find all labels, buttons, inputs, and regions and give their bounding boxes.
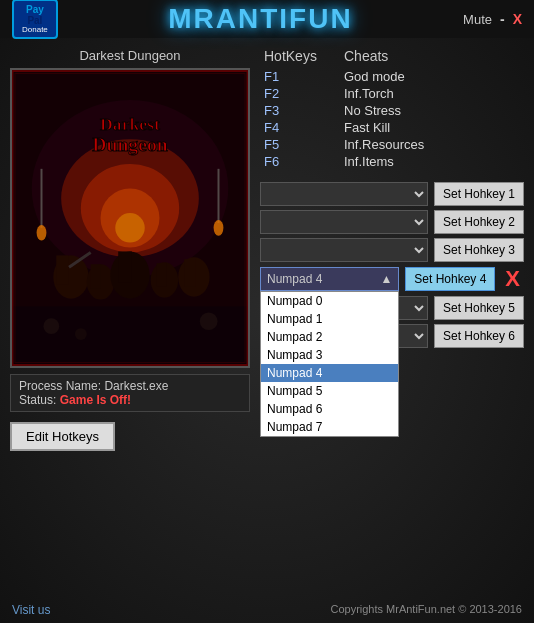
hotkey-row: F6Inf.Items: [260, 153, 524, 170]
process-info: Process Name: Darkest.exe Status: Game I…: [10, 374, 250, 412]
footer: Visit us Copyrights MrAntiFun.net © 2013…: [0, 603, 534, 617]
dropdown-selected-value: Numpad 4: [267, 272, 322, 286]
svg-rect-27: [12, 307, 248, 366]
mute-button[interactable]: Mute: [463, 12, 492, 27]
hotkey-setters: Set Hohkey 1 Set Hohkey 2 Set Hohkey 3 N…: [260, 182, 524, 348]
hotkey-row: F5Inf.Resources: [260, 136, 524, 153]
dropdown-list-4: Numpad 0 Numpad 1 Numpad 2 Numpad 3 Nump…: [260, 291, 399, 437]
hotkey-key: F5: [264, 137, 324, 152]
set-hotkey-button-2[interactable]: Set Hohkey 2: [434, 210, 524, 234]
dropdown-item-numpad6[interactable]: Numpad 6: [261, 400, 398, 418]
set-hotkey-button-5[interactable]: Set Hohkey 5: [434, 296, 524, 320]
dropdown-item-numpad1[interactable]: Numpad 1: [261, 310, 398, 328]
hotkey-cheat: Fast Kill: [344, 120, 390, 135]
hotkey-cheat: Inf.Items: [344, 154, 394, 169]
copyright-text: Copyrights MrAntiFun.net © 2013-2016: [330, 603, 522, 617]
hotkey-cheat: Inf.Torch: [344, 86, 394, 101]
window-controls: Mute - X: [463, 11, 522, 27]
hotkeys-table: HotKeys Cheats F1God modeF2Inf.TorchF3No…: [260, 48, 524, 170]
top-bar: Pay Pal Donate MRANTIFUN Mute - X: [0, 0, 534, 38]
dropdown-item-numpad0[interactable]: Numpad 0: [261, 292, 398, 310]
hotkeys-header: HotKeys Cheats: [260, 48, 524, 64]
game-image: Darkest Dungeon: [10, 68, 250, 368]
left-panel: Darkest Dungeon Darkest Dungeon: [10, 48, 250, 451]
hotkey-row: F4Fast Kill: [260, 119, 524, 136]
hotkey-dropdown-1[interactable]: [260, 182, 428, 206]
status-label: Status:: [19, 393, 56, 407]
process-label: Process Name:: [19, 379, 101, 393]
hotkey-dropdown-2[interactable]: [260, 210, 428, 234]
dropdown-container-4: Numpad 4 ▲ Numpad 0 Numpad 1 Numpad 2 Nu…: [260, 267, 399, 291]
close-button[interactable]: X: [513, 11, 522, 27]
hotkey-setter-row-2: Set Hohkey 2: [260, 210, 524, 234]
set-hotkey-button-1[interactable]: Set Hohkey 1: [434, 182, 524, 206]
hotkey-cheat: God mode: [344, 69, 405, 84]
hotkey-row: F1God mode: [260, 68, 524, 85]
paypal-donate-button[interactable]: Pay Pal Donate: [12, 0, 58, 39]
header-cheats: Cheats: [344, 48, 388, 64]
set-hotkey-button-3[interactable]: Set Hohkey 3: [434, 238, 524, 262]
dropdown-item-numpad5[interactable]: Numpad 5: [261, 382, 398, 400]
set-hotkey-button-4[interactable]: Set Hohkey 4: [405, 267, 495, 291]
app-title: MRANTIFUN: [58, 3, 463, 35]
hotkey-rows-container: F1God modeF2Inf.TorchF3No StressF4Fast K…: [260, 68, 524, 170]
hotkey-setter-row-1: Set Hohkey 1: [260, 182, 524, 206]
dropdown-item-numpad2[interactable]: Numpad 2: [261, 328, 398, 346]
hotkey-dropdown-3[interactable]: [260, 238, 428, 262]
dropdown-arrow-icon: ▲: [380, 272, 392, 286]
hotkey-key: F3: [264, 103, 324, 118]
paypal-pay-text: Pay: [26, 4, 44, 15]
x-close-icon[interactable]: X: [501, 266, 524, 292]
paypal-pal-text: Pal: [27, 15, 42, 26]
status-line: Status: Game Is Off!: [19, 393, 241, 407]
paypal-donate-text: Donate: [22, 26, 48, 35]
game-title: Darkest Dungeon: [10, 48, 250, 63]
hotkey-row: F3No Stress: [260, 102, 524, 119]
hotkey-dropdown-4-display[interactable]: Numpad 4 ▲: [260, 267, 399, 291]
process-exe: Darkest.exe: [104, 379, 168, 393]
hotkey-cheat: No Stress: [344, 103, 401, 118]
status-value: Game Is Off!: [60, 393, 131, 407]
dropdown-item-numpad7[interactable]: Numpad 7: [261, 418, 398, 436]
hotkey-key: F6: [264, 154, 324, 169]
process-name-line: Process Name: Darkest.exe: [19, 379, 241, 393]
hotkey-key: F4: [264, 120, 324, 135]
hotkey-cheat: Inf.Resources: [344, 137, 424, 152]
dropdown-item-numpad4[interactable]: Numpad 4: [261, 364, 398, 382]
edit-hotkeys-button[interactable]: Edit Hotkeys: [10, 422, 115, 451]
minimize-button[interactable]: -: [500, 11, 505, 27]
header-hotkeys: HotKeys: [264, 48, 324, 64]
dropdown-item-numpad3[interactable]: Numpad 3: [261, 346, 398, 364]
hotkey-key: F1: [264, 69, 324, 84]
main-content: Darkest Dungeon Darkest Dungeon: [0, 38, 534, 461]
set-hotkey-button-6[interactable]: Set Hohkey 6: [434, 324, 524, 348]
hotkey-setter-row-4: Numpad 4 ▲ Numpad 0 Numpad 1 Numpad 2 Nu…: [260, 266, 524, 292]
visit-us-link[interactable]: Visit us: [12, 603, 50, 617]
right-panel: HotKeys Cheats F1God modeF2Inf.TorchF3No…: [260, 48, 524, 451]
hotkey-key: F2: [264, 86, 324, 101]
hotkey-row: F2Inf.Torch: [260, 85, 524, 102]
hotkey-setter-row-3: Set Hohkey 3: [260, 238, 524, 262]
